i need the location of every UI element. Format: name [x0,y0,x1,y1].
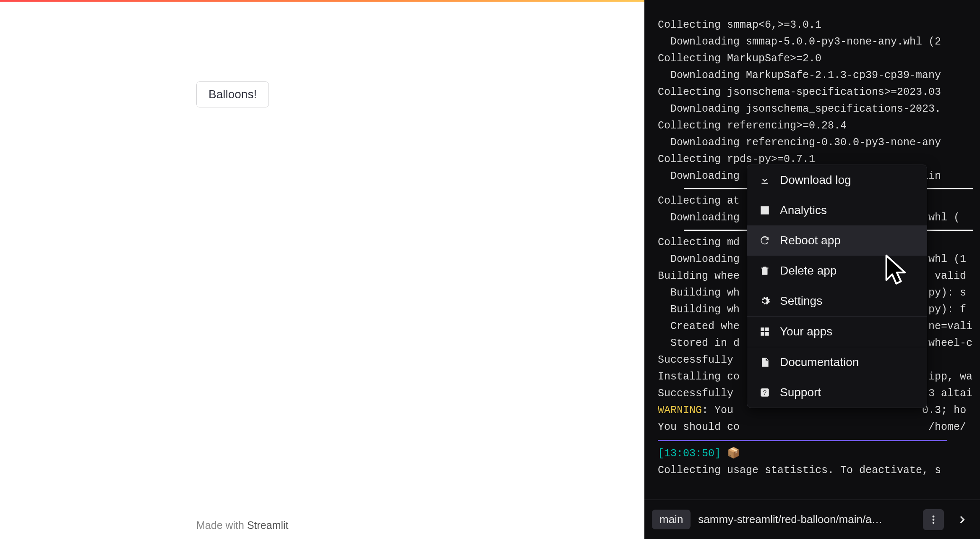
terminal-panel: Collecting smmap<6,>=3.0.1 Downloading s… [644,0,980,539]
footer: Made with Streamlit [196,519,289,531]
log-timestamp: [13:03:50] [658,447,721,460]
log-line: Downloading smmap-5.0.0-py3-none-any.whl… [658,36,941,48]
trash-icon [759,265,771,277]
menu-support[interactable]: ? Support [747,377,927,408]
app-menu: Download log Analytics Reboot app Delete… [747,165,927,408]
menu-label: Your apps [780,325,832,338]
menu-label: Reboot app [780,234,841,247]
menu-your-apps[interactable]: Your apps [747,317,927,347]
log-line: Collecting smmap<6,>=3.0.1 [658,19,821,31]
svg-rect-3 [761,327,764,331]
menu-label: Analytics [780,204,827,217]
svg-rect-6 [765,332,769,336]
menu-label: Download log [780,173,851,187]
log-line: Collecting referencing>=0.28.4 [658,120,847,132]
balloons-button[interactable]: Balloons! [196,81,269,107]
gear-icon [759,295,771,307]
menu-download-log[interactable]: Download log [747,165,927,195]
log-line: Collecting jsonschema-specifications>=20… [658,86,941,98]
menu-reboot-app[interactable]: Reboot app [747,225,927,256]
package-icon: 📦 [727,447,740,460]
branch-chip[interactable]: main [652,510,691,529]
svg-rect-7 [764,362,767,363]
menu-label: Delete app [780,264,837,277]
log-line: Collecting at [658,195,740,207]
divider-purple [658,440,947,441]
log-line: Successfully [658,354,740,366]
svg-point-1 [933,518,935,521]
menu-label: Documentation [780,356,859,369]
log-line: Downloading MarkupSafe-2.1.3-cp39-cp39-m… [658,69,941,81]
menu-documentation[interactable]: Documentation [747,347,927,377]
menu-label: Support [780,386,821,399]
log-warning: WARNING [658,404,702,416]
document-icon [759,356,771,368]
more-menu-button[interactable] [923,509,944,530]
log-line: You should co /home/ [658,421,966,433]
svg-rect-8 [764,364,767,364]
footer-prefix: Made with [196,519,247,531]
analytics-icon [759,204,771,216]
svg-rect-4 [765,327,769,331]
svg-point-2 [933,522,935,524]
footer-brand[interactable]: Streamlit [247,519,289,531]
refresh-icon [759,235,771,246]
apps-icon [759,326,771,338]
repo-path[interactable]: sammy-streamlit/red-balloon/main/a… [698,513,915,526]
svg-text:?: ? [763,389,766,396]
svg-rect-5 [761,332,764,336]
log-line: Collecting rpds-py>=0.7.1 [658,153,815,165]
menu-delete-app[interactable]: Delete app [747,256,927,286]
log-line: Collecting md [658,236,740,249]
svg-point-0 [933,515,935,518]
menu-label: Settings [780,294,822,308]
menu-settings[interactable]: Settings [747,286,927,316]
bottom-bar: main sammy-streamlit/red-balloon/main/a… [644,500,980,539]
collapse-panel-button[interactable] [951,509,972,530]
app-canvas: Balloons! Made with Streamlit [0,0,644,539]
menu-analytics[interactable]: Analytics [747,195,927,225]
log-line: Collecting MarkupSafe>=2.0 [658,52,821,65]
log-line: Downloading referencing-0.30.0-py3-none-… [658,136,941,149]
log-line: Downloading jsonschema_specifications-20… [658,103,941,115]
log-line: Collecting usage statistics. To deactiva… [658,464,941,476]
download-icon [759,174,771,186]
help-icon: ? [759,387,771,398]
